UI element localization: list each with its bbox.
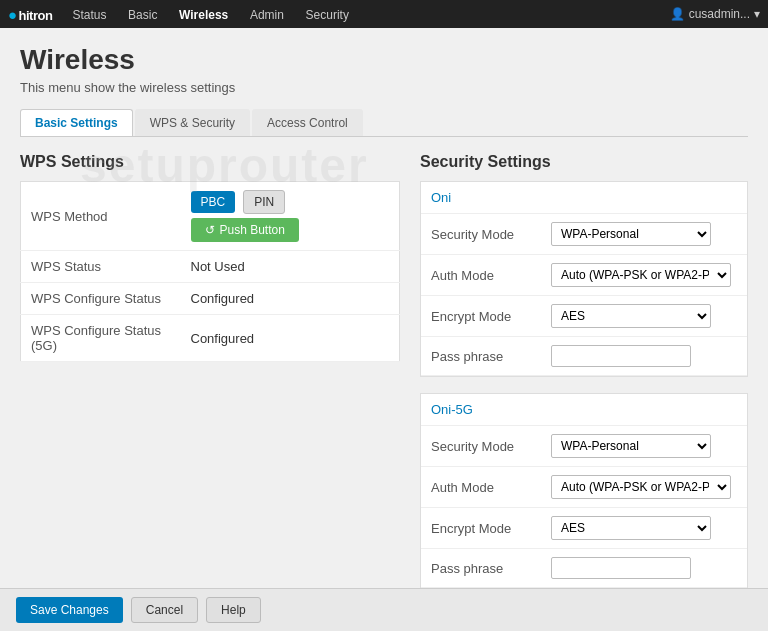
table-row: Auth Mode Auto (WPA-PSK or WPA2-PSK) WPA… [421, 467, 747, 508]
oni-table: Security Mode WPA-Personal WPA2-Personal… [421, 214, 747, 376]
nav-admin[interactable]: Admin [248, 4, 286, 26]
oni5g-passphrase-label: Pass phrase [421, 549, 541, 588]
oni5g-passphrase-cell [541, 549, 747, 588]
oni5g-security-mode-cell: WPA-Personal WPA2-Personal None [541, 426, 747, 467]
table-row: Security Mode WPA-Personal WPA2-Personal… [421, 426, 747, 467]
oni5g-ssid-label: Oni-5G [421, 394, 747, 426]
wps-status-value: Not Used [181, 251, 400, 283]
refresh-icon: ↺ [205, 223, 215, 237]
user-icon: 👤 [670, 7, 685, 21]
wps-section-title: WPS Settings [20, 153, 400, 171]
wps-section: WPS Settings WPS Method PBC PIN ↺ Push B… [20, 153, 400, 605]
table-row: WPS Configure Status (5G) Configured [21, 315, 400, 362]
oni-security-mode-select[interactable]: WPA-Personal WPA2-Personal None [551, 222, 711, 246]
oni5g-security-mode-select[interactable]: WPA-Personal WPA2-Personal None [551, 434, 711, 458]
oni-encrypt-mode-label: Encrypt Mode [421, 296, 541, 337]
oni-security-mode-label: Security Mode [421, 214, 541, 255]
oni-encrypt-mode-select[interactable]: AES TKIP TKIP+AES [551, 304, 711, 328]
oni5g-auth-mode-label: Auth Mode [421, 467, 541, 508]
table-row: Auth Mode Auto (WPA-PSK or WPA2-PSK) WPA… [421, 255, 747, 296]
page-wrapper: Wireless This menu show the wireless set… [0, 28, 768, 621]
wps-table: WPS Method PBC PIN ↺ Push Button [20, 181, 400, 362]
oni-encrypt-mode-cell: AES TKIP TKIP+AES [541, 296, 747, 337]
oni-auth-mode-cell: Auto (WPA-PSK or WPA2-PSK) WPA-PSK WPA2-… [541, 255, 747, 296]
main-layout: WPS Settings WPS Method PBC PIN ↺ Push B… [20, 153, 748, 605]
nav-wireless[interactable]: Wireless [177, 4, 230, 26]
top-nav: ●hitron Status Basic Wireless Admin Secu… [0, 0, 768, 28]
nav-security[interactable]: Security [304, 4, 351, 26]
oni5g-encrypt-mode-label: Encrypt Mode [421, 508, 541, 549]
page-subtitle: This menu show the wireless settings [20, 80, 748, 95]
oni-passphrase-cell [541, 337, 747, 376]
chevron-down-icon: ▾ [754, 7, 760, 21]
oni-ssid-label: Oni [421, 182, 747, 214]
oni5g-table: Security Mode WPA-Personal WPA2-Personal… [421, 426, 747, 588]
security-section: Security Settings Oni Security Mode WPA-… [420, 153, 748, 605]
security-section-title: Security Settings [420, 153, 748, 171]
push-button[interactable]: ↺ Push Button [191, 218, 299, 242]
cancel-button[interactable]: Cancel [131, 597, 198, 621]
table-row: WPS Status Not Used [21, 251, 400, 283]
oni5g-section: Oni-5G Security Mode WPA-Personal WPA2-P… [420, 393, 748, 589]
push-button-label: Push Button [220, 223, 285, 237]
wps-configure-5g-label: WPS Configure Status (5G) [21, 315, 181, 362]
username: cusadmin... [689, 7, 750, 21]
wps-configure-value: Configured [181, 283, 400, 315]
wps-method-controls: PBC PIN ↺ Push Button [181, 182, 400, 251]
oni-auth-mode-select[interactable]: Auto (WPA-PSK or WPA2-PSK) WPA-PSK WPA2-… [551, 263, 731, 287]
wps-configure-label: WPS Configure Status [21, 283, 181, 315]
pbc-button[interactable]: PBC [191, 191, 236, 213]
table-row: Security Mode WPA-Personal WPA2-Personal… [421, 214, 747, 255]
oni-section: Oni Security Mode WPA-Personal WPA2-Pers… [420, 181, 748, 377]
user-menu[interactable]: 👤 cusadmin... ▾ [670, 7, 760, 21]
table-row: WPS Method PBC PIN ↺ Push Button [21, 182, 400, 251]
table-row: WPS Configure Status Configured [21, 283, 400, 315]
oni5g-security-mode-label: Security Mode [421, 426, 541, 467]
nav-basic[interactable]: Basic [126, 4, 159, 26]
oni-auth-mode-label: Auth Mode [421, 255, 541, 296]
oni5g-passphrase-input[interactable] [551, 557, 691, 579]
tab-wps-security[interactable]: WPS & Security [135, 109, 250, 136]
oni-passphrase-label: Pass phrase [421, 337, 541, 376]
wps-configure-5g-value: Configured [181, 315, 400, 362]
oni-security-mode-cell: WPA-Personal WPA2-Personal None [541, 214, 747, 255]
oni-passphrase-input[interactable] [551, 345, 691, 367]
wps-status-label: WPS Status [21, 251, 181, 283]
oni5g-encrypt-mode-cell: AES TKIP TKIP+AES [541, 508, 747, 549]
help-button[interactable]: Help [206, 597, 261, 621]
tab-basic-settings[interactable]: Basic Settings [20, 109, 133, 136]
table-row: Pass phrase [421, 549, 747, 588]
brand-name: ●hitron [8, 6, 52, 23]
save-button[interactable]: Save Changes [16, 597, 123, 621]
table-row: Encrypt Mode AES TKIP TKIP+AES [421, 508, 747, 549]
page-content: Wireless This menu show the wireless set… [0, 28, 768, 621]
wps-method-label: WPS Method [21, 182, 181, 251]
oni5g-encrypt-mode-select[interactable]: AES TKIP TKIP+AES [551, 516, 711, 540]
page-title: Wireless [20, 44, 748, 76]
tab-access-control[interactable]: Access Control [252, 109, 363, 136]
logo: ●hitron [8, 6, 52, 23]
oni5g-auth-mode-select[interactable]: Auto (WPA-PSK or WPA2-PSK) WPA-PSK WPA2-… [551, 475, 731, 499]
table-row: Pass phrase [421, 337, 747, 376]
pin-button[interactable]: PIN [243, 190, 285, 214]
tab-bar: Basic Settings WPS & Security Access Con… [20, 109, 748, 137]
main-nav: Status Basic Wireless Admin Security [70, 7, 365, 22]
footer-bar: Save Changes Cancel Help [0, 588, 768, 621]
table-row: Encrypt Mode AES TKIP TKIP+AES [421, 296, 747, 337]
oni5g-auth-mode-cell: Auto (WPA-PSK or WPA2-PSK) WPA-PSK WPA2-… [541, 467, 747, 508]
nav-status[interactable]: Status [70, 4, 108, 26]
